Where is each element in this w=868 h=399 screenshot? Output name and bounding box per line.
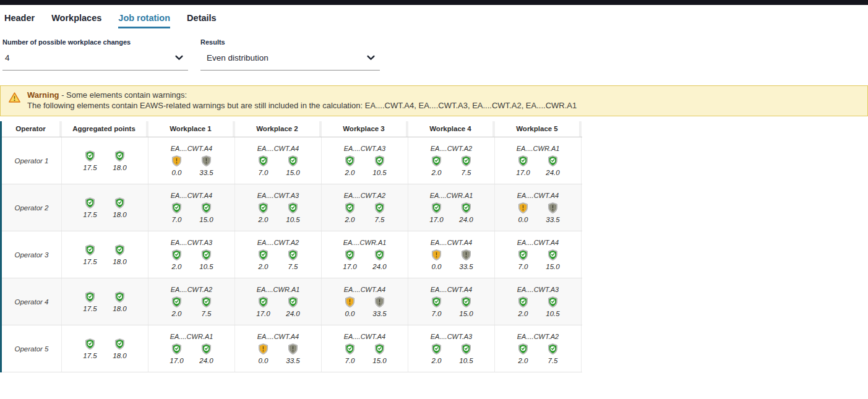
tab-workplaces[interactable]: Workplaces [51, 13, 101, 27]
points-value: 2.0 [345, 169, 355, 176]
operator-cell: Operator 5 [2, 325, 62, 372]
points-value: 17.0 [170, 357, 183, 364]
points-value: 24.0 [372, 263, 386, 270]
workplace-cell: EA....CWT.A40.033.5 [148, 137, 235, 184]
column-header-workplace-3: Workplace 3 [322, 121, 408, 137]
points-value: 2.0 [259, 263, 269, 270]
shield-neutral-icon [201, 155, 212, 166]
points-value: 15.0 [199, 216, 213, 223]
points-value: 18.0 [113, 305, 126, 312]
points-value: 15.0 [286, 169, 299, 176]
points-value: 33.5 [372, 310, 386, 317]
element-label: EA....CWT.A4 [257, 333, 299, 340]
element-label: EA....CWT.A3 [431, 333, 472, 340]
shield-check-icon [288, 155, 298, 166]
shield-check-icon [85, 197, 95, 208]
shield-check-icon [171, 249, 182, 260]
aggregated-points-cell: 17.518.0 [62, 278, 148, 325]
points-pair: 17.518.0 [77, 338, 133, 359]
points-value: 18.0 [113, 352, 126, 359]
points-pair: 2.010.5 [164, 249, 220, 270]
top-bar [0, 0, 868, 5]
warning-title: Warning [27, 90, 59, 100]
shield-check-icon [374, 249, 385, 260]
element-label: EA....CWT.A4 [171, 145, 212, 152]
points-value: 2.0 [432, 169, 442, 176]
table-body: Operator 117.518.0EA....CWT.A40.033.5EA.… [2, 137, 582, 372]
workplace-cell: EA....CWT.A32.010.5 [235, 184, 322, 231]
operator-cell: Operator 4 [2, 278, 62, 325]
operator-label: Operator 3 [15, 251, 49, 259]
filter-bar: Number of possible workplace changes 4 R… [2, 38, 868, 71]
points-pair: 2.07.5 [510, 343, 566, 364]
shield-check-icon [431, 155, 442, 166]
operator-label: Operator 1 [15, 157, 49, 165]
table-row: Operator 217.518.0EA....CWT.A47.015.0EA.… [2, 184, 582, 231]
shield-neutral-icon [288, 343, 298, 354]
aggregated-points-cell: 17.518.0 [62, 184, 148, 231]
points-pair: 2.010.5 [337, 155, 393, 176]
tab-header[interactable]: Header [4, 13, 35, 27]
shield-check-icon [85, 291, 95, 302]
points-value: 7.0 [345, 357, 355, 364]
shield-check-icon [114, 291, 125, 302]
workplace-cell: EA....CWT.A22.07.5 [148, 278, 235, 325]
element-label: EA....CWT.A3 [257, 192, 299, 199]
column-header-workplace-2: Workplace 2 [235, 121, 322, 137]
points-value: 10.5 [286, 216, 299, 223]
shield-check-icon [461, 155, 471, 166]
points-pair: 0.033.5 [510, 202, 566, 223]
element-label: EA....CWR.A1 [257, 286, 300, 293]
tab-details[interactable]: Details [187, 13, 217, 27]
points-pair: 2.010.5 [251, 202, 306, 223]
workplace-cell: EA....CWR.A117.024.0 [495, 137, 582, 184]
element-label: EA....CWR.A1 [517, 145, 560, 152]
workplace-cell: EA....CWT.A40.033.5 [495, 184, 582, 231]
aggregated-points-cell: 17.518.0 [62, 231, 148, 278]
shield-check-icon [85, 244, 95, 255]
shield-check-icon [114, 197, 125, 208]
shield-neutral-icon [548, 202, 558, 213]
shield-check-icon [171, 343, 182, 354]
points-value: 33.5 [286, 357, 299, 364]
workplace-cell: EA....CWT.A47.015.0 [322, 325, 408, 372]
element-label: EA....CWT.A4 [431, 286, 472, 293]
workplace-cell: EA....CWT.A47.015.0 [148, 184, 235, 231]
results-value: Even distribution [203, 53, 269, 62]
operator-cell: Operator 3 [2, 231, 62, 278]
shield-check-icon [548, 296, 558, 307]
shield-check-icon [431, 202, 442, 213]
points-value: 33.5 [459, 263, 473, 270]
shield-check-icon [258, 202, 269, 213]
points-pair: 17.518.0 [77, 244, 133, 265]
points-pair: 17.024.0 [164, 343, 220, 364]
element-label: EA....CWT.A3 [171, 239, 212, 246]
points-value: 24.0 [199, 357, 213, 364]
workplace-cell: EA....CWT.A47.015.0 [408, 278, 495, 325]
points-value: 2.0 [518, 357, 528, 364]
points-value: 10.5 [199, 263, 213, 270]
table-row: Operator 117.518.0EA....CWT.A40.033.5EA.… [2, 137, 582, 184]
workplace-cell: EA....CWT.A40.033.5 [235, 325, 322, 372]
shield-check-icon [288, 202, 298, 213]
workplace-changes-select[interactable]: 4 [2, 53, 188, 71]
shield-check-icon [201, 202, 212, 213]
points-value: 7.0 [259, 169, 269, 176]
rotation-table: Operator Aggregated points Workplace 1 W… [0, 121, 582, 372]
shield-warning-icon [171, 155, 182, 166]
tab-job-rotation[interactable]: Job rotation [118, 13, 170, 28]
shield-warning-icon [258, 343, 269, 354]
points-value: 33.5 [199, 169, 213, 176]
element-label: EA....CWT.A4 [431, 239, 472, 246]
column-header-workplace-4: Workplace 4 [408, 121, 495, 137]
points-value: 7.5 [288, 263, 298, 270]
points-value: 7.0 [172, 216, 182, 223]
aggregated-points-cell: 17.518.0 [62, 325, 148, 372]
points-value: 2.0 [432, 357, 442, 364]
results-field: Results Even distribution [200, 38, 380, 71]
shield-check-icon [461, 296, 471, 307]
points-value: 17.0 [256, 310, 270, 317]
results-select[interactable]: Even distribution [200, 53, 380, 71]
workplace-cell: EA....CWT.A40.033.5 [322, 278, 408, 325]
shield-check-icon [548, 155, 558, 166]
